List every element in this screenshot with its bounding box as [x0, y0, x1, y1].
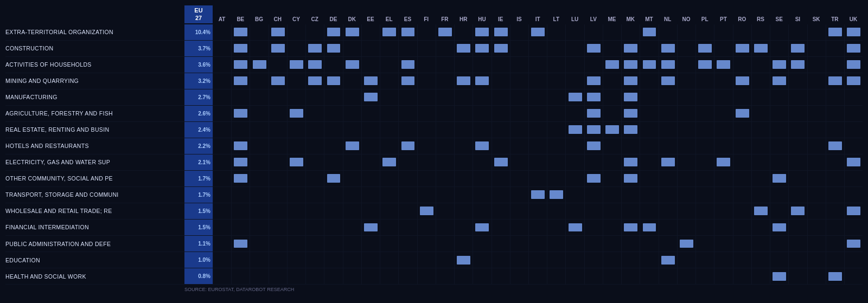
cell-6-30: [770, 122, 788, 138]
cell-9-34: [844, 171, 863, 186]
country-header-ie: IE: [492, 16, 510, 23]
cell-2-12: [436, 57, 454, 73]
cell-6-34: [844, 122, 863, 138]
cell-0-17: [528, 24, 547, 40]
cell-6-7: [343, 122, 361, 138]
row-label-14: EDUCATION: [5, 257, 184, 263]
cell-11-29: [751, 203, 770, 219]
eu-value-13: 1.1%: [184, 236, 213, 252]
cell-4-14: [473, 89, 491, 105]
cell-6-0: [213, 122, 231, 138]
cell-2-14: [473, 57, 491, 73]
cell-13-23: [640, 236, 658, 252]
cell-2-2: [250, 57, 268, 73]
cell-0-33: [826, 24, 844, 40]
cell-11-9: [380, 203, 398, 219]
cell-block-2-23: [643, 60, 656, 69]
cell-8-3: [269, 154, 287, 170]
cell-8-17: [528, 154, 547, 170]
cell-4-15: [492, 89, 510, 105]
country-header-nl: NL: [659, 16, 677, 23]
cell-block-2-26: [698, 60, 712, 69]
row-label-9: OTHER COMMUNITY, SOCIAL AND PE: [5, 175, 184, 182]
cell-8-9: [380, 154, 398, 170]
cell-block-4-19: [569, 93, 582, 101]
cell-0-20: [584, 24, 603, 40]
cell-6-16: [510, 122, 528, 138]
cell-0-4: [287, 24, 305, 40]
cell-0-23: [640, 24, 658, 40]
cell-7-15: [492, 138, 510, 154]
cell-block-12-19: [569, 223, 582, 232]
cell-10-3: [269, 187, 287, 203]
cell-block-2-30: [773, 60, 786, 69]
cell-3-9: [380, 73, 398, 89]
cell-14-11: [417, 252, 436, 268]
cell-11-3: [269, 203, 287, 219]
cell-11-30: [770, 203, 788, 219]
cell-3-21: [603, 73, 621, 89]
cell-5-15: [492, 106, 510, 121]
cell-14-3: [269, 252, 287, 268]
cell-14-2: [250, 252, 268, 268]
cell-5-5: [305, 106, 324, 121]
row-label-6: REAL ESTATE, RENTING AND BUSIN: [5, 126, 184, 133]
cell-14-23: [640, 252, 658, 268]
cell-4-7: [343, 89, 361, 105]
cell-block-5-20: [587, 109, 601, 118]
country-cells-6: [213, 122, 863, 138]
cell-2-29: [751, 57, 770, 73]
country-header-bg: BG: [250, 16, 268, 23]
cell-block-0-34: [847, 28, 860, 36]
cell-2-28: [733, 57, 751, 73]
cell-block-2-34: [847, 60, 860, 69]
cell-0-3: [269, 24, 287, 40]
cell-13-26: [695, 236, 714, 252]
cell-11-24: [659, 203, 677, 219]
cell-13-15: [492, 236, 510, 252]
cell-14-29: [751, 252, 770, 268]
cell-8-11: [417, 154, 436, 170]
cell-block-5-4: [290, 109, 303, 118]
cell-block-13-1: [234, 240, 247, 248]
cell-4-16: [510, 89, 528, 105]
cell-block-3-14: [475, 76, 489, 85]
cell-block-1-31: [791, 44, 805, 53]
eu-value-6: 2.4%: [184, 122, 213, 138]
cell-3-13: [454, 73, 473, 89]
cell-10-6: [324, 187, 342, 203]
cell-7-23: [640, 138, 658, 154]
cell-4-0: [213, 89, 231, 105]
eu-value-14: 1.0%: [184, 252, 213, 268]
cell-0-21: [603, 24, 621, 40]
cell-3-8: [361, 73, 380, 89]
cell-2-21: [603, 57, 621, 73]
cell-block-0-23: [643, 28, 656, 36]
cell-6-31: [788, 122, 807, 138]
cell-14-13: [454, 252, 473, 268]
cell-block-7-14: [475, 141, 489, 150]
cell-0-6: [324, 24, 342, 40]
cell-2-11: [417, 57, 436, 73]
cell-4-28: [733, 89, 751, 105]
cell-13-22: [621, 236, 640, 252]
cell-block-3-24: [661, 76, 675, 85]
country-header-be: BE: [231, 16, 250, 23]
cell-0-10: [398, 24, 417, 40]
cell-14-6: [324, 252, 342, 268]
cell-6-10: [398, 122, 417, 138]
cell-8-7: [343, 154, 361, 170]
cell-2-23: [640, 57, 658, 73]
cell-block-3-20: [587, 76, 601, 85]
cell-2-33: [826, 57, 844, 73]
cell-15-12: [436, 268, 454, 284]
cell-11-20: [584, 203, 603, 219]
cell-4-12: [436, 89, 454, 105]
country-cells-9: [213, 171, 863, 186]
cell-5-14: [473, 106, 491, 121]
source-label: SOURCE: EUROSTAT, DATAROBOT RESEARCH: [5, 285, 863, 292]
cell-15-4: [287, 268, 305, 284]
cell-10-12: [436, 187, 454, 203]
cell-block-5-1: [234, 109, 247, 118]
cell-2-27: [714, 57, 732, 73]
